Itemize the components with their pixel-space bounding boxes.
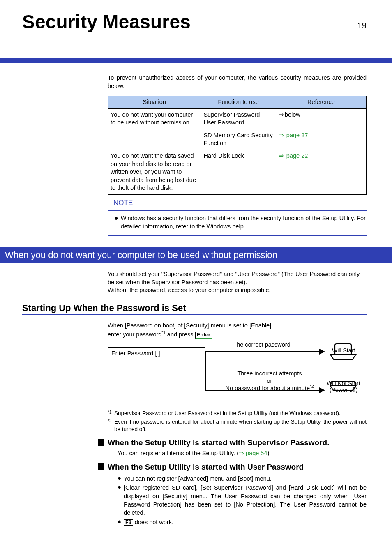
enter-password-box: Enter Password [ ] [108, 347, 205, 359]
arrow-icon: ⇒ [239, 450, 244, 456]
footnote-1: Supervisor Password or User Password set… [114, 410, 341, 418]
footnote-ref-1: *1 [161, 330, 165, 335]
footnote-ref-2: *2 [310, 384, 314, 389]
square-bullet-icon [98, 439, 104, 446]
footnotes: *1 Supervisor Password or User Password … [108, 410, 367, 433]
th-situation: Situation [108, 96, 201, 109]
section-para-1: You should set your "Supervisor Password… [108, 270, 367, 286]
cell-ref-2[interactable]: ⇒ page 22 [276, 150, 366, 194]
supervisor-desc-a: You can register all items of the Setup … [118, 450, 239, 456]
cell-situation-1: You do not want your computer to be used… [108, 108, 201, 150]
note-box: ● Windows has a security function that d… [108, 210, 367, 236]
square-bullet-icon [98, 463, 104, 470]
link-page-37[interactable]: page 37 [285, 132, 308, 138]
bullet-icon: ● [114, 214, 118, 231]
pwd-line-1: When [Password on boot] of [Security] me… [108, 321, 367, 330]
th-function: Function to use [201, 96, 276, 109]
supervisor-desc-b: ) [267, 450, 269, 456]
cell-function-2: Hard Disk Lock [201, 150, 276, 194]
note-label: NOTE [113, 199, 367, 207]
cell-function-1b: SD Memory Card Security Function [201, 129, 276, 150]
link-page-22[interactable]: page 22 [285, 152, 308, 159]
link-page-54[interactable]: ⇒ page 54 [239, 450, 267, 456]
label-correct-password: The correct password [214, 341, 309, 348]
list-item: You can not register [Advanced] menu and… [124, 474, 367, 483]
security-table: Situation Function to use Reference You … [108, 96, 367, 195]
enter-key-icon: Enter [195, 332, 212, 339]
pwd-line-2a: enter your password [108, 331, 161, 338]
intro-text: To prevent unauthorized access of your c… [108, 74, 367, 90]
label-three-incorrect: Three incorrect attempts [212, 370, 327, 377]
title-underline [0, 58, 392, 63]
user-password-list: ● You can not register [Advanced] menu a… [118, 474, 367, 526]
f9-key-icon: F9 [124, 519, 133, 526]
password-flow-diagram: Enter Password [ ] The correct password … [108, 341, 367, 407]
footnote-mark-1: *1 [108, 410, 111, 415]
page-number: 19 [357, 21, 367, 30]
cell-situation-2: You do not want the data saved on your h… [108, 150, 201, 194]
note-text: Windows has a security function that dif… [121, 214, 366, 231]
list-item: F9 does not work. [124, 518, 367, 526]
arrow-icon: ⇒ [279, 152, 284, 159]
label-will-not-start: Will Not Start [325, 380, 362, 387]
section-para-2: Without the password, access to your com… [108, 286, 367, 295]
bullet-icon: ● [118, 474, 121, 483]
footnote-mark-2: *2 [108, 419, 111, 423]
subheading-starting-up: Starting Up When the Password is Set [22, 303, 367, 315]
cell-ref-1a: ⇒below [276, 108, 366, 129]
subhead-supervisor: When the Setup Utility is started with S… [108, 438, 330, 448]
th-reference: Reference [276, 96, 366, 109]
arrow-icon: ⇒ [279, 132, 284, 138]
subhead-user: When the Setup Utility is started with U… [108, 462, 304, 472]
list-item: [Clear registered SD card], [Set Supervi… [124, 484, 367, 517]
bullet-icon: ● [118, 518, 121, 526]
arrow-icon: ⇒ [279, 111, 284, 118]
label-no-password: No password for about a minute [226, 385, 310, 391]
pwd-line-2b: and press [166, 331, 195, 338]
cell-function-1a: Supervisor Password User Password [201, 108, 276, 129]
bullet-icon: ● [118, 484, 121, 517]
label-or: or [212, 378, 327, 384]
section-heading: When you do not want your computer to be… [0, 247, 392, 263]
label-will-start: Will Start [325, 347, 362, 354]
cell-ref-1b[interactable]: ⇒ page 37 [276, 129, 366, 150]
label-power-off: (Power off) [325, 387, 362, 393]
page-title: Security Measures [22, 11, 191, 33]
ref-below: below [285, 111, 300, 118]
footnote-2: Even if no password is entered for about… [114, 418, 367, 433]
